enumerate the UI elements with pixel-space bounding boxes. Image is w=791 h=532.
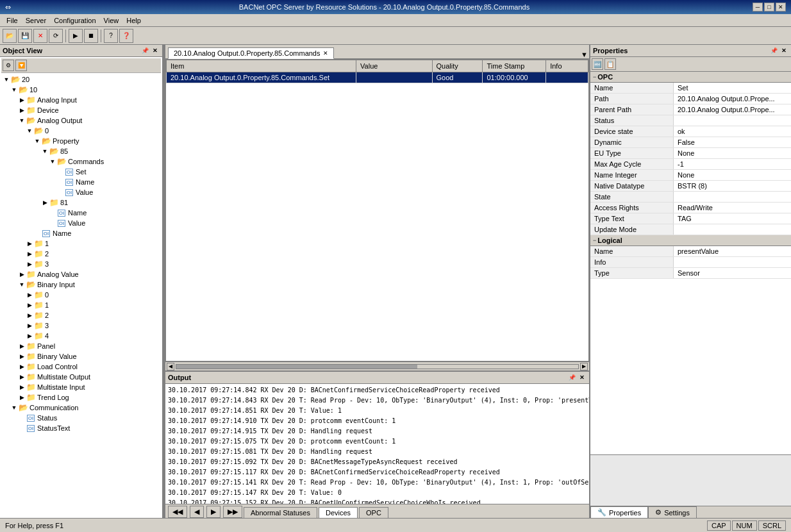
nav-prev[interactable]: ◀ (190, 506, 204, 518)
col-info[interactable]: Info (546, 60, 588, 72)
nav-last[interactable]: ▶▶ (223, 506, 242, 518)
nav-first[interactable]: ◀◀ (168, 506, 187, 518)
tree-item[interactable]: ▼📂Communication (3, 403, 160, 413)
tree-item[interactable]: ▼📂Commands (3, 156, 160, 167)
tree-expand-icon[interactable]: ▼ (10, 87, 18, 93)
tree-item[interactable]: ▼📂10 (3, 85, 160, 95)
tree-item[interactable]: ▶📁81 (3, 197, 160, 208)
tree-item[interactable]: ▶📁1 (3, 300, 160, 310)
tree-item[interactable]: ▶📁1 (3, 238, 160, 249)
tree-item[interactable]: ▼📂Analog Output (3, 115, 160, 126)
h-scrollbar[interactable]: ◀ ▶ (165, 362, 589, 370)
opc-section-header[interactable]: − OPC (590, 72, 791, 83)
output-pin[interactable]: 📌 (567, 373, 576, 382)
tree-item[interactable]: ▶📁Analog Input (3, 95, 160, 105)
output-tab-abnormal[interactable]: Abnormal Statuses (244, 507, 317, 518)
opc-collapse-icon[interactable]: − (593, 74, 596, 80)
tree-item[interactable]: ▶📁2 (3, 249, 160, 259)
tree-item[interactable]: OIName (3, 177, 160, 187)
tree-item[interactable]: OISet (3, 167, 160, 177)
tree-expand-icon[interactable]: ▶ (18, 97, 26, 103)
tree-item[interactable]: OIName (3, 208, 160, 218)
tree-expand-icon[interactable]: ▼ (33, 138, 41, 144)
nav-next[interactable]: ▶ (206, 506, 221, 518)
save-button[interactable]: 💾 (18, 29, 32, 43)
tree-item[interactable]: OIStatusText (3, 423, 160, 433)
tree-item[interactable]: ▶📁2 (3, 310, 160, 320)
properties-pin[interactable]: 📌 (769, 46, 778, 55)
tree-expand-icon[interactable]: ▼ (26, 128, 33, 134)
pin-button[interactable]: 📌 (140, 46, 149, 55)
tab-0[interactable]: 20.10.Analog Output.0.Property.85.Comman… (168, 47, 334, 59)
tree-item[interactable]: ▼📂Binary Input (3, 279, 160, 290)
about-button[interactable]: ❓ (119, 29, 133, 43)
properties-sort-alpha[interactable]: 🔤 (592, 58, 603, 70)
tab-close-0[interactable]: ✕ (323, 50, 328, 56)
help-button[interactable]: ? (104, 29, 118, 43)
col-value[interactable]: Value (356, 60, 432, 72)
restore-button[interactable]: □ (764, 3, 774, 12)
properties-tab-props[interactable]: 🔧 Properties (590, 506, 648, 518)
tree-expand-icon[interactable]: ▶ (26, 292, 33, 298)
scroll-track[interactable] (176, 364, 579, 369)
tree-item[interactable]: OIName (3, 228, 160, 238)
tree-item[interactable]: ▶📁Binary Value (3, 351, 160, 362)
tree-item[interactable]: ▶📁Analog Value (3, 269, 160, 279)
output-close[interactable]: ✕ (578, 373, 587, 382)
tree-item[interactable]: ▶📁Multistate Input (3, 382, 160, 392)
tree-expand-icon[interactable]: ▶ (18, 374, 26, 380)
tree-toolbar-btn1[interactable]: ⚙ (3, 60, 14, 71)
menu-item-help[interactable]: Help (122, 15, 145, 26)
output-tab-devices[interactable]: Devices (319, 507, 358, 518)
menu-item-view[interactable]: View (100, 15, 123, 26)
properties-close-btn[interactable]: ✕ (779, 46, 788, 55)
col-item[interactable]: Item (167, 60, 356, 72)
stop-button[interactable]: ✕ (33, 29, 47, 43)
tree-expand-icon[interactable]: ▶ (41, 199, 49, 206)
minimize-button[interactable]: ─ (753, 3, 763, 12)
tree-expand-icon[interactable]: ▶ (18, 363, 26, 370)
tree-expand-icon[interactable]: ▶ (18, 384, 26, 390)
tree-expand-icon[interactable]: ▶ (26, 322, 33, 329)
menu-item-configuration[interactable]: Configuration (50, 15, 99, 26)
tree-item[interactable]: ▶📁3 (3, 259, 160, 269)
close-button[interactable]: ✕ (776, 3, 786, 12)
start-button[interactable]: ▶ (69, 29, 83, 43)
tree-item[interactable]: ▼📂Property (3, 136, 160, 146)
tree-item[interactable]: ▼📂0 (3, 126, 160, 136)
tree-item[interactable]: ▶📁Trend Log (3, 392, 160, 403)
object-view-close[interactable]: ✕ (151, 46, 160, 55)
tree-expand-icon[interactable]: ▶ (18, 107, 26, 113)
table-row[interactable]: 20.10.Analog Output.0.Property.85.Comman… (167, 72, 588, 83)
tree-item[interactable]: ▶📁3 (3, 320, 160, 331)
tree-expand-icon[interactable]: ▼ (18, 117, 26, 124)
tree-expand-icon[interactable]: ▼ (41, 148, 49, 154)
tree-item[interactable]: OIStatus (3, 413, 160, 423)
tree-expand-icon[interactable]: ▶ (18, 271, 26, 278)
tree-item[interactable]: OIValue (3, 218, 160, 228)
tree-item[interactable]: ▼📂20 (3, 74, 160, 85)
tree-expand-icon[interactable]: ▼ (3, 76, 10, 83)
tree-expand-icon[interactable]: ▼ (49, 158, 56, 165)
tab-dropdown[interactable]: ▼ (581, 51, 588, 58)
menu-item-server[interactable]: Server (22, 15, 50, 26)
tree-toolbar-btn2[interactable]: 🔽 (15, 60, 27, 71)
tree-item[interactable]: ▶📁Multistate Output (3, 372, 160, 382)
tree-item[interactable]: ▶📁4 (3, 331, 160, 341)
properties-tab-settings[interactable]: ⚙ Settings (648, 506, 697, 518)
tree-item[interactable]: ▶📁0 (3, 290, 160, 300)
tree-expand-icon[interactable]: ▶ (26, 312, 33, 319)
tree-expand-icon[interactable]: ▶ (26, 240, 33, 247)
col-quality[interactable]: Quality (432, 60, 483, 72)
tree-expand-icon[interactable]: ▼ (18, 281, 26, 288)
col-timestamp[interactable]: Time Stamp (483, 60, 546, 72)
logical-collapse-icon[interactable]: − (593, 237, 596, 244)
tree-expand-icon[interactable]: ▶ (26, 333, 33, 339)
refresh-button[interactable]: ⟳ (49, 29, 63, 43)
scroll-right[interactable]: ▶ (580, 363, 588, 370)
tree-expand-icon[interactable]: ▼ (10, 404, 18, 411)
scroll-left[interactable]: ◀ (167, 363, 174, 370)
tree-item[interactable]: ▼📂85 (3, 146, 160, 156)
tree-item[interactable]: ▶📁Device (3, 105, 160, 115)
tree-item[interactable]: ▶📁Panel (3, 341, 160, 351)
